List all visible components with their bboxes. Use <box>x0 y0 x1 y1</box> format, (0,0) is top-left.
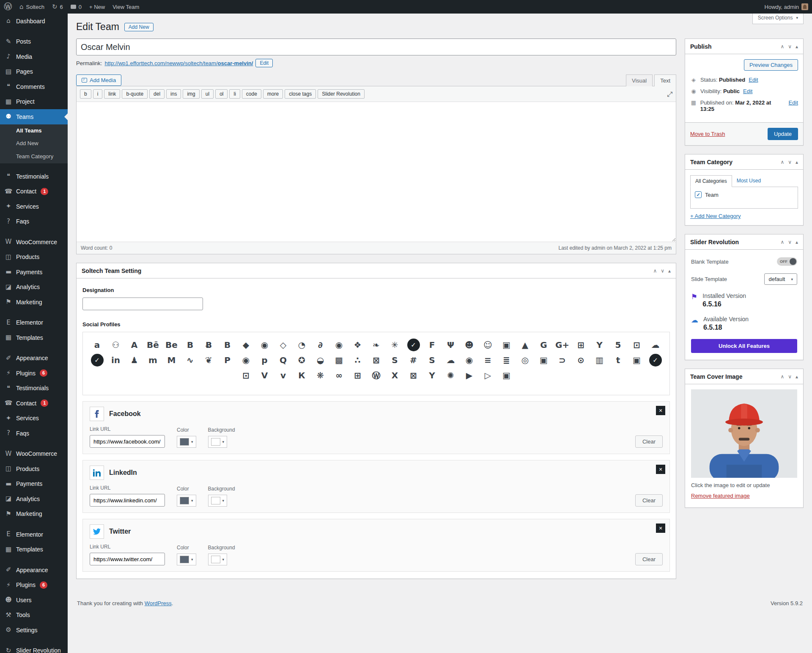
social-icon[interactable]: К <box>295 369 309 382</box>
social-icon[interactable]: ☻ <box>462 339 477 351</box>
remove-featured-image-link[interactable]: Remove featured image <box>691 493 750 499</box>
collapse-toggle-icon[interactable]: ▴ <box>796 374 798 380</box>
edit-visibility-link[interactable]: Edit <box>743 88 752 94</box>
social-icon[interactable]: V <box>258 369 272 382</box>
tab-visual[interactable]: Visual <box>626 74 653 86</box>
sidebar-item[interactable]: ▬ Payments <box>0 477 68 492</box>
post-content-textarea[interactable] <box>77 102 676 242</box>
move-down-icon[interactable]: ∨ <box>788 374 792 380</box>
social-icon[interactable]: ⊞ <box>351 369 365 382</box>
sidebar-item[interactable]: ✦ Services <box>0 411 68 426</box>
move-to-trash-link[interactable]: Move to Trash <box>690 131 725 137</box>
social-icon[interactable]: Ψ <box>444 339 458 351</box>
social-icon[interactable]: ◇ <box>276 339 291 351</box>
move-down-icon[interactable]: ∨ <box>788 159 792 165</box>
social-icon[interactable]: ☁ <box>444 354 458 366</box>
sidebar-item[interactable]: ✐ Appearance <box>0 351 68 366</box>
social-icon[interactable]: ⊞ <box>574 339 588 351</box>
permalink-edit-button[interactable]: Edit <box>255 59 273 67</box>
social-icon[interactable]: G+ <box>555 339 570 351</box>
social-icon[interactable]: F <box>425 339 439 351</box>
sidebar-item[interactable]: ⌂ Dashboard <box>0 14 68 29</box>
add-media-button[interactable]: Add Media <box>76 74 121 86</box>
remove-profile-button[interactable]: ✕ <box>656 406 665 415</box>
social-icon[interactable]: ∿ <box>183 354 198 366</box>
social-icon[interactable]: m <box>146 354 160 366</box>
social-icon[interactable]: B <box>220 339 235 351</box>
screen-options-button[interactable]: Screen Options ▾ <box>752 12 804 24</box>
social-icon[interactable]: p <box>258 354 272 366</box>
collapse-toggle-icon[interactable]: ▴ <box>796 44 798 50</box>
team-cover-image[interactable] <box>691 389 797 478</box>
sidebar-item[interactable]: ⚡ Plugins 6 <box>0 578 68 593</box>
sidebar-item[interactable]: ☻ Users <box>0 592 68 608</box>
social-icon[interactable]: Bē <box>146 339 160 351</box>
quicktag-button[interactable]: more <box>263 89 283 99</box>
sidebar-item[interactable]: ☎ Contact 1 <box>0 184 68 199</box>
color-picker[interactable]: ▾ <box>177 554 196 565</box>
update-button[interactable]: Update <box>768 128 798 140</box>
howdy-account-menu[interactable]: Howdy, admin <box>761 0 812 14</box>
social-icon[interactable]: ✳ <box>388 339 402 351</box>
social-icon[interactable]: ∞ <box>332 369 346 382</box>
sidebar-item[interactable]: ❝ Testimonials <box>0 381 68 396</box>
designation-input[interactable] <box>82 298 203 310</box>
social-icon[interactable]: X <box>388 369 402 382</box>
sidebar-item[interactable]: ✎ Posts <box>0 34 68 50</box>
quicktag-button[interactable]: del <box>149 89 165 99</box>
slide-template-select[interactable]: default ▾ <box>764 273 797 285</box>
background-picker[interactable]: ▾ <box>208 554 228 565</box>
social-icon[interactable]: ☁ <box>648 339 663 351</box>
social-icon[interactable]: ♟ <box>127 354 142 366</box>
sidebar-item[interactable]: Team Category <box>0 150 68 163</box>
social-icon[interactable]: ◔ <box>295 339 309 351</box>
social-icon[interactable]: B <box>183 339 198 351</box>
tab-all-categories[interactable]: All Categories <box>690 175 732 187</box>
tab-most-used[interactable]: Most Used <box>732 175 765 187</box>
social-icon[interactable]: P <box>220 354 235 366</box>
sidebar-item[interactable]: All Teams <box>0 124 68 138</box>
move-down-icon[interactable]: ∨ <box>788 239 792 245</box>
link-url-input[interactable] <box>90 435 165 448</box>
view-team-link[interactable]: View Team <box>109 0 143 14</box>
social-icon[interactable]: ☺ <box>481 339 495 351</box>
sidebar-item[interactable]: ⚉ Teams <box>0 109 68 124</box>
social-icon[interactable]: Y <box>593 339 607 351</box>
social-icon[interactable]: ✓ <box>91 354 104 366</box>
comments-indicator[interactable]: 0 <box>67 0 85 14</box>
collapse-toggle-icon[interactable]: ▴ <box>796 159 798 165</box>
social-icon[interactable]: ◆ <box>239 339 253 351</box>
social-icon[interactable]: in <box>109 354 123 366</box>
link-url-input[interactable] <box>90 553 165 565</box>
checkbox-checked-icon[interactable]: ✓ <box>695 191 702 198</box>
sidebar-item[interactable]: ⚒ Tools <box>0 608 68 623</box>
sidebar-item[interactable]: E Elementor <box>0 315 68 331</box>
social-icon[interactable]: ⊡ <box>239 369 253 382</box>
sidebar-item[interactable]: ◪ Analytics <box>0 491 68 507</box>
social-icon[interactable]: ▷ <box>481 369 495 382</box>
social-icon[interactable]: ≡ <box>481 354 495 366</box>
social-icon[interactable]: S <box>388 354 402 366</box>
move-up-icon[interactable]: ∧ <box>780 239 784 245</box>
social-icon[interactable]: S <box>425 354 439 366</box>
sidebar-item[interactable]: ▦ Project <box>0 94 68 110</box>
social-icon[interactable]: ▣ <box>499 369 514 382</box>
social-icon[interactable]: Ƀ <box>202 339 216 351</box>
sidebar-item[interactable]: ♪ Media <box>0 49 68 64</box>
social-icon[interactable]: ⚇ <box>109 339 123 351</box>
social-icon[interactable]: ❧ <box>369 339 384 351</box>
blank-template-toggle[interactable]: OFF <box>777 257 797 266</box>
social-icon[interactable]: ◉ <box>258 339 272 351</box>
sidebar-item[interactable]: ? Faqs <box>0 214 68 229</box>
social-icon[interactable]: ❖ <box>351 339 365 351</box>
social-icon[interactable]: ▶ <box>462 369 477 382</box>
unlock-all-features-button[interactable]: Unlock All Features <box>691 339 797 353</box>
social-icon[interactable]: M <box>165 354 179 366</box>
quicktag-button[interactable]: li <box>229 89 240 99</box>
social-icon[interactable]: ⊠ <box>369 354 384 366</box>
updates-indicator[interactable]: ↻6 <box>48 0 67 14</box>
add-new-button[interactable]: Add New <box>124 23 154 31</box>
social-icon[interactable]: ▥ <box>593 354 607 366</box>
sidebar-item[interactable]: ⚙ Settings <box>0 623 68 638</box>
social-icon[interactable]: a <box>90 339 104 351</box>
